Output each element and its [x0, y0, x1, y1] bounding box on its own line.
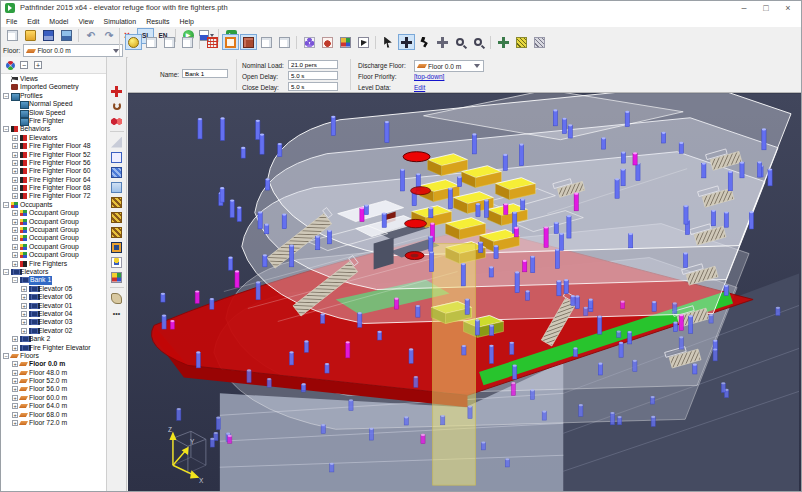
- tree-item-label[interactable]: Fire Fighter Elevator: [29, 344, 91, 352]
- expand-expander-icon[interactable]: +: [12, 378, 18, 384]
- tree-item-fire-fighter-floor-56[interactable]: +Fire Fighter Floor 56: [1, 159, 106, 167]
- expand-expander-icon[interactable]: +: [12, 412, 18, 418]
- tree-item-floor-72-0-m[interactable]: +Floor 72.0 m: [1, 419, 106, 427]
- collapse-expander-icon[interactable]: −: [3, 126, 9, 132]
- tree-item-label[interactable]: Floor 72.0 m: [29, 419, 67, 427]
- tree-item-normal-speed[interactable]: Normal Speed: [1, 100, 106, 108]
- move-point-tool[interactable]: [109, 84, 125, 98]
- expand-expander-icon[interactable]: +: [21, 328, 27, 334]
- floor-priority-link[interactable]: [top-down]: [414, 73, 444, 80]
- tree-item-label[interactable]: Fire Fighter Floor 56: [29, 159, 91, 167]
- room-tool[interactable]: [109, 150, 125, 164]
- redo-button[interactable]: ↷: [101, 28, 118, 44]
- discharge-floor-dropdown[interactable]: Floor 0.0 m: [414, 60, 484, 72]
- show-markers-button[interactable]: [355, 34, 372, 50]
- select-tool-button[interactable]: [380, 34, 397, 50]
- tree-item-label[interactable]: Fire Fighters: [29, 260, 67, 268]
- tree-item-elevators[interactable]: −Elevators: [1, 268, 106, 276]
- close-delay-field[interactable]: [288, 82, 338, 91]
- expand-expander-icon[interactable]: +: [12, 168, 18, 174]
- expand-expander-icon[interactable]: +: [12, 160, 18, 166]
- show-groups-button[interactable]: [337, 34, 354, 50]
- snap-grid-off-button[interactable]: [531, 34, 548, 50]
- tree-item-label[interactable]: Elevator 02: [38, 327, 72, 335]
- expand-expander-icon[interactable]: +: [12, 336, 18, 342]
- tree-item-floor-52-0-m[interactable]: +Floor 52.0 m: [1, 377, 106, 385]
- pan-tool-button[interactable]: [434, 34, 451, 50]
- zoom-fit-button[interactable]: [470, 34, 487, 50]
- tree-item-label[interactable]: Occupant Group: [29, 234, 79, 242]
- tree-item-elevator-01[interactable]: +Elevator 01: [1, 302, 106, 310]
- tree-item-label[interactable]: Floor 64.0 m: [29, 402, 67, 410]
- tree-item-occupants[interactable]: −Occupants: [1, 201, 106, 209]
- show-terrain-button[interactable]: [319, 34, 336, 50]
- tree-item-occupant-group[interactable]: +Occupant Group: [1, 243, 106, 251]
- screenshot-button[interactable]: [58, 28, 75, 44]
- menu-edit[interactable]: Edit: [22, 18, 44, 25]
- expand-expander-icon[interactable]: +: [12, 152, 18, 158]
- nominal-load-field[interactable]: [288, 60, 338, 69]
- open-delay-field[interactable]: [288, 71, 338, 80]
- tree-item-floor-48-0-m[interactable]: +Floor 48.0 m: [1, 369, 106, 377]
- tree-item-label[interactable]: Views: [20, 75, 38, 83]
- tree-item-floors[interactable]: −Floors: [1, 352, 106, 360]
- tree-item-occupant-group[interactable]: +Occupant Group: [1, 209, 106, 217]
- tree-item-label[interactable]: Floor 60.0 m: [29, 394, 67, 402]
- undo-button[interactable]: ↶: [83, 28, 100, 44]
- thin-wall-tool[interactable]: [109, 135, 125, 149]
- tree-item-bank-1[interactable]: −Bank 1: [1, 276, 106, 284]
- snap-grid-on-button[interactable]: [513, 34, 530, 50]
- expand-expander-icon[interactable]: +: [21, 294, 27, 300]
- show-occupants-toggle[interactable]: [125, 34, 142, 50]
- elevator-tool[interactable]: [109, 240, 125, 254]
- snap-point-button[interactable]: [495, 34, 512, 50]
- open-file-button[interactable]: [22, 28, 39, 44]
- tree-item-fire-fighter-floor-52[interactable]: +Fire Fighter Floor 52: [1, 151, 106, 159]
- ramp-tool[interactable]: [109, 210, 125, 224]
- tree-item-occupant-group[interactable]: +Occupant Group: [1, 218, 106, 226]
- tree-item-label[interactable]: Slow Speed: [29, 109, 65, 117]
- mirror-tool[interactable]: [109, 114, 125, 128]
- tree-item-elevator-05[interactable]: +Elevator 05: [1, 285, 106, 293]
- door-tool[interactable]: [109, 180, 125, 194]
- tree-item-label[interactable]: Normal Speed: [29, 100, 72, 108]
- tree-item-fire-fighter-floor-48[interactable]: +Fire Fighter Floor 48: [1, 142, 106, 150]
- expand-expander-icon[interactable]: +: [12, 135, 18, 141]
- tree-item-label[interactable]: Behaviors: [20, 125, 50, 133]
- expand-expander-icon[interactable]: +: [12, 235, 18, 241]
- tree-item-occupant-group[interactable]: +Occupant Group: [1, 251, 106, 259]
- walk-tool-button[interactable]: [416, 34, 433, 50]
- page-option-button[interactable]: [258, 34, 275, 50]
- tree-item-label[interactable]: Elevator 05: [38, 285, 72, 293]
- tree-item-label[interactable]: Fire Fighter Floor 60: [29, 167, 91, 175]
- expand-expander-icon[interactable]: +: [12, 386, 18, 392]
- expand-expander-icon[interactable]: +: [12, 252, 18, 258]
- viewport-3d[interactable]: Z Y X: [128, 93, 802, 492]
- tree-item-slow-speed[interactable]: Slow Speed: [1, 109, 106, 117]
- tree-item-elevator-04[interactable]: +Elevator 04: [1, 310, 106, 318]
- expand-expander-icon[interactable]: +: [21, 303, 27, 309]
- tree-item-label[interactable]: Elevator 06: [38, 293, 72, 301]
- tree-item-views[interactable]: Views: [1, 75, 106, 83]
- expand-expander-icon[interactable]: +: [21, 286, 27, 292]
- tree-item-label[interactable]: Floor 56.0 m: [29, 385, 67, 393]
- copy-view-button[interactable]: [143, 34, 160, 50]
- tree-item-behaviors[interactable]: −Behaviors: [1, 125, 106, 133]
- tree-item-floor-56-0-m[interactable]: +Floor 56.0 m: [1, 385, 106, 393]
- tree-item-label[interactable]: Fire Fighter Floor 72: [29, 192, 91, 200]
- tree-item-bank-2[interactable]: +Bank 2: [1, 335, 106, 343]
- expand-expander-icon[interactable]: +: [12, 345, 18, 351]
- tree-item-label[interactable]: Fire Fighter Floor 52: [29, 151, 91, 159]
- add-occupant-tool[interactable]: [109, 255, 125, 269]
- tree-item-floor-60-0-m[interactable]: +Floor 60.0 m: [1, 394, 106, 402]
- tree-item-occupant-group[interactable]: +Occupant Group: [1, 234, 106, 242]
- tree-item-label[interactable]: Floor 68.0 m: [29, 411, 67, 419]
- new-view-button[interactable]: [179, 34, 196, 50]
- obstruction-tool[interactable]: [109, 165, 125, 179]
- expand-expander-icon[interactable]: +: [21, 319, 27, 325]
- expand-expander-icon[interactable]: +: [12, 420, 18, 426]
- tree-item-elevator-03[interactable]: +Elevator 03: [1, 318, 106, 326]
- new-file-button[interactable]: [4, 28, 21, 44]
- solid-mode-button[interactable]: [240, 34, 257, 50]
- measure-region-tool[interactable]: [109, 291, 125, 305]
